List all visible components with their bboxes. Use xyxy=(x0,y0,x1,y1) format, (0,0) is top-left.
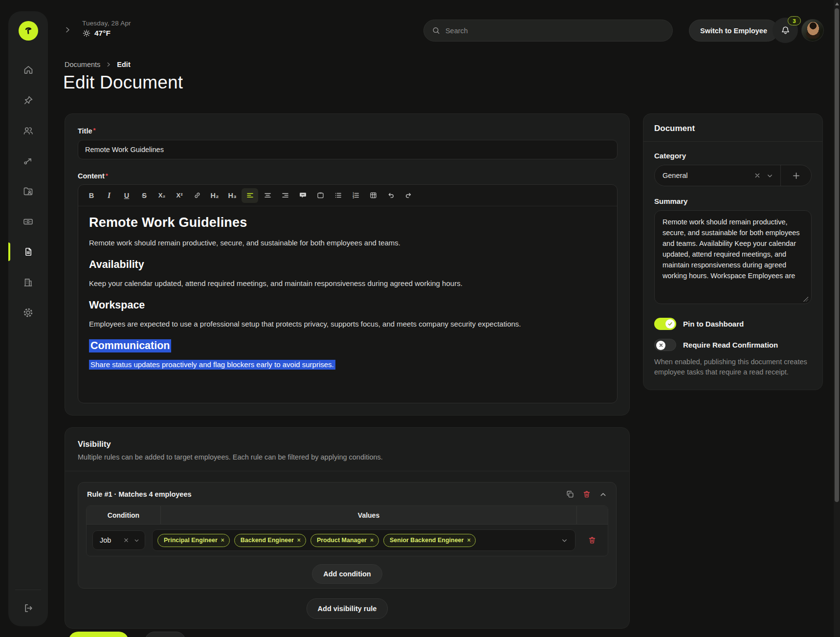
undo-button[interactable] xyxy=(382,188,399,203)
visibility-card: Visibility Multiple rules can be added t… xyxy=(65,427,630,629)
remove-chip-icon[interactable]: × xyxy=(467,537,470,544)
table-button[interactable] xyxy=(365,188,381,203)
italic-button[interactable]: I xyxy=(101,188,117,203)
summary-textarea[interactable]: Remote work should remain productive, se… xyxy=(654,210,812,304)
section-divider xyxy=(65,471,629,471)
pin-to-dashboard-toggle[interactable] xyxy=(654,318,676,330)
align-right-button[interactable] xyxy=(277,188,293,203)
editor-content[interactable]: Remote Work Guidelines Remote work shoul… xyxy=(78,206,617,377)
sidebar-item-payroll[interactable] xyxy=(8,216,48,227)
secondary-action-button[interactable] xyxy=(145,632,186,637)
sidebar-item-home[interactable] xyxy=(8,64,48,76)
sidebar-item-documents[interactable] xyxy=(8,246,48,258)
temperature-label: 47°F xyxy=(94,29,111,38)
svg-text:3: 3 xyxy=(353,196,354,199)
category-label: Category xyxy=(654,152,812,160)
editor-heading2: Availability xyxy=(89,259,606,271)
rule-title: Rule #1 · Matches 4 employees xyxy=(87,490,192,498)
chip-label: Product Manager xyxy=(317,537,367,544)
sidebar-item-company[interactable] xyxy=(8,276,48,288)
editor-toolbar: B I U S X₂ X² H₂ H₃ xyxy=(78,185,617,206)
resize-handle[interactable] xyxy=(803,297,808,302)
clear-icon[interactable] xyxy=(123,537,130,544)
scroll-thumb[interactable] xyxy=(835,8,839,502)
user-avatar[interactable] xyxy=(801,19,824,42)
bold-button[interactable]: B xyxy=(83,188,100,203)
condition-select[interactable]: Job xyxy=(92,530,145,550)
remove-chip-icon[interactable]: × xyxy=(370,537,374,544)
bullet-list-button[interactable] xyxy=(330,188,346,203)
primary-action-button[interactable] xyxy=(68,632,129,637)
add-visibility-rule-button[interactable]: Add visibility rule xyxy=(307,598,388,619)
pin-icon xyxy=(23,95,34,106)
ordered-list-button[interactable]: 1 2 3 xyxy=(347,188,364,203)
sidebar-item-progress[interactable] xyxy=(8,155,48,167)
duplicate-rule-button[interactable] xyxy=(566,490,575,499)
visibility-title: Visibility xyxy=(78,439,617,449)
document-side-panel: Document Category General Summary Remote… xyxy=(643,113,823,390)
read-confirmation-label: Require Read Confirmation xyxy=(683,341,778,349)
subscript-button[interactable]: X₂ xyxy=(154,188,170,203)
collapse-rule-button[interactable] xyxy=(599,490,607,499)
sidebar-item-team[interactable] xyxy=(8,125,48,136)
building-icon xyxy=(22,277,34,288)
document-form-card: Title* Content* B I U S X₂ X² H₂ H₃ xyxy=(65,113,630,416)
app-logo[interactable] xyxy=(19,21,38,41)
conditions-table: Condition Values Job Principal Engineer xyxy=(86,505,608,556)
code-block-icon xyxy=(316,191,325,199)
read-confirmation-toggle[interactable] xyxy=(654,339,676,351)
page-scrollbar[interactable] xyxy=(834,0,840,637)
text-selection: Share status updates proactively and fla… xyxy=(89,360,335,370)
link-button[interactable] xyxy=(189,188,205,203)
values-multiselect[interactable]: Principal Engineer × Backend Engineer × … xyxy=(152,529,575,551)
delete-rule-button[interactable] xyxy=(582,490,591,499)
search-input[interactable] xyxy=(445,27,664,35)
sidebar-item-employee-folder[interactable] xyxy=(8,185,48,197)
redo-icon xyxy=(404,191,413,199)
add-condition-button[interactable]: Add condition xyxy=(312,564,382,584)
comment-icon xyxy=(299,191,307,199)
sidebar-item-settings[interactable] xyxy=(8,307,48,318)
read-confirmation-row: Require Read Confirmation xyxy=(654,339,812,351)
clear-icon[interactable] xyxy=(753,172,761,179)
breadcrumb: Documents Edit xyxy=(65,61,131,68)
breadcrumb-documents[interactable]: Documents xyxy=(65,61,100,68)
logout-button[interactable] xyxy=(8,603,48,614)
panel-divider xyxy=(643,141,822,142)
comment-button[interactable] xyxy=(294,188,311,203)
strikethrough-button[interactable]: S xyxy=(136,188,153,203)
chevron-right-icon xyxy=(63,25,72,35)
redo-button[interactable] xyxy=(400,188,417,203)
editor-paragraph: Remote work should remain productive, se… xyxy=(89,239,606,247)
delete-condition-button[interactable] xyxy=(588,536,597,545)
text-selection: Communication xyxy=(89,339,171,352)
sidebar-item-pinned[interactable] xyxy=(8,94,48,106)
copy-icon xyxy=(566,490,575,499)
add-category-button[interactable] xyxy=(781,165,811,186)
superscript-button[interactable]: X² xyxy=(171,188,188,203)
remove-chip-icon[interactable]: × xyxy=(297,537,301,544)
title-input[interactable] xyxy=(78,140,618,159)
gear-icon xyxy=(22,307,34,318)
align-center-button[interactable] xyxy=(259,188,276,203)
remove-chip-icon[interactable]: × xyxy=(221,537,224,544)
category-select[interactable]: General xyxy=(655,165,780,186)
chevron-down-icon xyxy=(561,537,568,544)
chip-label: Backend Engineer xyxy=(241,537,294,544)
sun-icon xyxy=(82,29,91,38)
heading2-button[interactable]: H₂ xyxy=(206,188,223,203)
home-icon xyxy=(23,65,34,75)
scroll-up-arrow[interactable] xyxy=(835,2,839,5)
value-chip: Backend Engineer × xyxy=(234,534,306,547)
align-left-button[interactable] xyxy=(242,188,258,203)
code-block-button[interactable] xyxy=(312,188,329,203)
chip-label: Principal Engineer xyxy=(164,537,218,544)
heading3-button[interactable]: H₃ xyxy=(224,188,241,203)
sidebar-expand-button[interactable] xyxy=(63,25,72,35)
search-bar[interactable] xyxy=(423,20,673,42)
search-icon xyxy=(432,26,441,35)
underline-button[interactable]: U xyxy=(118,188,135,203)
chevron-down-icon[interactable] xyxy=(766,172,774,179)
switch-to-employee-button[interactable]: Switch to Employee xyxy=(689,20,778,42)
table-icon xyxy=(369,191,377,199)
